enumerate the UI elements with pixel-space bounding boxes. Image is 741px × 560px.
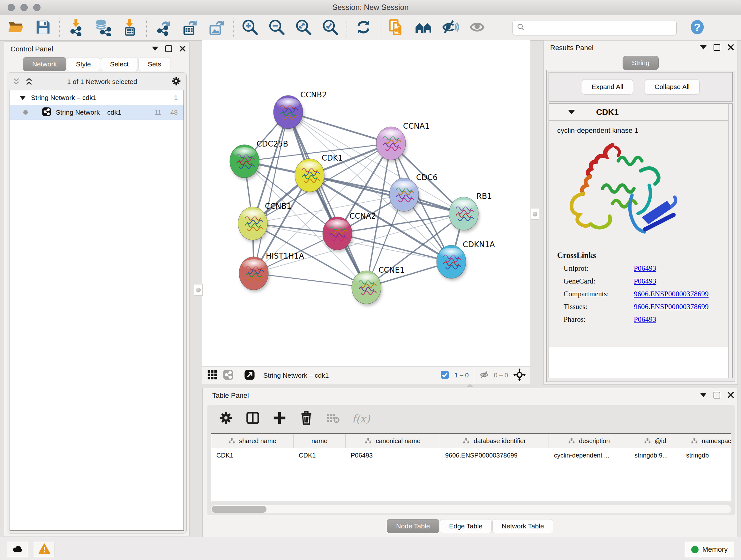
float-panel-icon[interactable] <box>714 392 720 398</box>
export-image-icon <box>208 18 225 37</box>
close-panel-icon[interactable] <box>727 391 734 398</box>
column-header[interactable]: canonical name <box>346 434 440 448</box>
refresh-view-button[interactable] <box>354 18 373 37</box>
collapse-arrow-icon[interactable] <box>568 110 575 114</box>
tab-network-table[interactable]: Network Table <box>492 519 553 533</box>
column-header[interactable]: @id <box>629 434 681 448</box>
zoom-in-icon <box>241 18 259 37</box>
zoom-out-icon <box>268 18 285 37</box>
panel-menu-icon[interactable] <box>700 393 706 397</box>
warnings-button[interactable] <box>34 542 55 557</box>
window-title: Session: New Session <box>0 3 741 12</box>
tab-string[interactable]: String <box>623 56 659 70</box>
float-panel-icon[interactable] <box>714 44 720 51</box>
export-network-button[interactable] <box>154 18 172 37</box>
delete-table-button[interactable] <box>325 411 341 427</box>
float-panel-icon[interactable] <box>165 45 172 52</box>
search-input[interactable] <box>525 23 672 32</box>
cloud-status-button[interactable] <box>7 542 28 557</box>
import-table-file-button[interactable] <box>121 18 139 37</box>
network-row[interactable]: String Network – cdk1 11 48 <box>10 105 184 120</box>
collapse-all-icon[interactable] <box>12 78 20 85</box>
hide-panels-button[interactable] <box>441 18 460 37</box>
table-header-row: shared name name canonical name database… <box>211 434 731 448</box>
refresh-icon <box>355 18 372 37</box>
home-button[interactable] <box>414 18 433 37</box>
expand-all-button[interactable]: Expand All <box>582 79 633 95</box>
column-header[interactable]: description <box>549 434 629 448</box>
scrollbar-thumb[interactable] <box>212 506 266 513</box>
zoom-out-button[interactable] <box>267 18 286 37</box>
search-field[interactable] <box>513 20 677 36</box>
tab-select[interactable]: Select <box>101 57 138 71</box>
svg-text:?: ? <box>694 21 701 33</box>
create-column-button[interactable] <box>272 411 287 427</box>
tab-sets[interactable]: Sets <box>138 57 171 71</box>
protein-detail-card: CDK1 cyclin-dependent kinase 1 <box>549 104 733 378</box>
zoom-in-button[interactable] <box>241 18 259 37</box>
column-header[interactable]: namespace <box>681 434 731 448</box>
import-network-database-button[interactable] <box>94 18 112 37</box>
collapse-arrow-icon[interactable] <box>19 96 26 100</box>
title-bar: Session: New Session <box>0 0 741 15</box>
import-network-file-button[interactable] <box>67 18 85 37</box>
column-header[interactable]: shared name <box>211 434 293 448</box>
expand-all-icon[interactable] <box>25 78 33 85</box>
protein-header-row[interactable]: CDK1 <box>549 104 732 121</box>
show-columns-button[interactable] <box>245 411 261 427</box>
string-enrichment-button[interactable] <box>387 18 406 37</box>
svg-text:RB1: RB1 <box>476 192 492 201</box>
grid-view-icon[interactable] <box>207 369 218 381</box>
close-panel-icon[interactable] <box>179 45 186 52</box>
show-panels-button[interactable] <box>468 18 486 37</box>
horizontal-divider-grip[interactable] <box>467 384 473 387</box>
selected-checkbox-icon[interactable] <box>441 370 449 381</box>
crosslink-link[interactable]: P06493 <box>634 315 656 324</box>
crosslink-link[interactable]: P06493 <box>634 277 656 286</box>
network-graph[interactable]: CCNB2CCNA1CDC25BCDK1CDC6RB1CCNB1CCNA2CDK… <box>202 40 530 367</box>
memory-button[interactable]: Memory <box>685 542 734 557</box>
crosslink-link[interactable]: 9606.ENSP00000378699 <box>634 303 709 311</box>
fit-content-button[interactable] <box>294 18 313 37</box>
network-options-gear-icon[interactable] <box>171 76 181 87</box>
gear-icon <box>219 411 233 427</box>
open-session-button[interactable] <box>7 18 25 37</box>
crosslink-link[interactable]: 9606.ENSP00000378699 <box>634 290 709 298</box>
table-row[interactable]: CDK1 CDK1 P06493 9606.ENSP00000378699 cy… <box>211 448 731 462</box>
network-view-panel[interactable]: CCNB2CCNA1CDC25BCDK1CDC6RB1CCNB1CCNA2CDK… <box>202 40 530 384</box>
node-table[interactable]: shared name name canonical name database… <box>211 433 731 502</box>
crosslink-link[interactable]: P06493 <box>634 264 656 273</box>
collapse-all-button[interactable]: Collapse All <box>645 79 699 95</box>
string-view-icon[interactable] <box>223 369 233 381</box>
crosslink-label: Pharos: <box>557 315 634 324</box>
help-button[interactable]: ? <box>688 18 706 37</box>
svg-text:CCNA2: CCNA2 <box>349 212 376 221</box>
tab-style[interactable]: Style <box>67 57 100 71</box>
detach-view-icon[interactable] <box>244 369 255 381</box>
zoom-selected-button[interactable] <box>321 18 340 37</box>
save-session-button[interactable] <box>34 18 52 37</box>
export-table-button[interactable] <box>181 18 199 37</box>
tab-network[interactable]: Network <box>23 57 66 71</box>
delete-column-button[interactable] <box>298 411 314 427</box>
results-scrollbar[interactable] <box>728 104 732 378</box>
left-divider-grip[interactable] <box>194 284 203 296</box>
column-header[interactable]: name <box>293 434 346 448</box>
hidden-eye-slash-icon[interactable] <box>479 370 489 381</box>
export-image-button[interactable] <box>207 18 226 37</box>
network-node-count: 11 <box>154 109 161 116</box>
panel-menu-icon[interactable] <box>700 45 706 50</box>
network-collection-row[interactable]: String Network – cdk1 1 <box>10 90 184 105</box>
tab-edge-table[interactable]: Edge Table <box>440 519 492 533</box>
panel-menu-icon[interactable] <box>152 47 158 51</box>
close-panel-icon[interactable] <box>727 44 734 51</box>
table-options-button[interactable] <box>218 411 234 427</box>
column-header[interactable]: database identifier <box>440 434 549 448</box>
pan-crosshair-icon[interactable] <box>513 368 526 382</box>
table-horizontal-scrollbar[interactable] <box>211 505 731 513</box>
right-divider-grip[interactable] <box>531 208 539 220</box>
crosslinks-section: CrossLinks Uniprot:P06493 GeneCard:P0649… <box>549 248 732 347</box>
function-builder-icon[interactable]: f(x) <box>352 413 370 425</box>
toolbar-separator <box>474 367 474 384</box>
tab-node-table[interactable]: Node Table <box>387 519 439 533</box>
